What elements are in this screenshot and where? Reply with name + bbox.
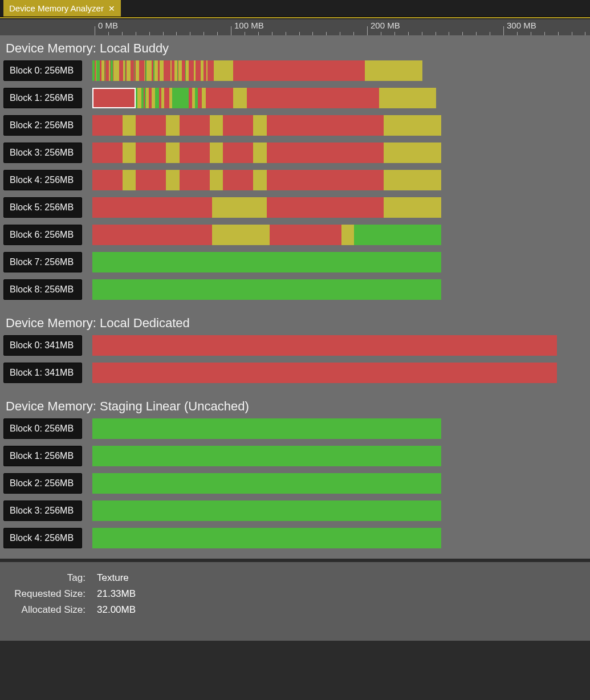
memory-segment[interactable] bbox=[92, 279, 441, 300]
memory-segment[interactable] bbox=[196, 60, 201, 81]
memory-bar[interactable] bbox=[92, 88, 441, 108]
block-label[interactable]: Block 6: 256MB bbox=[3, 225, 82, 245]
memory-segment[interactable] bbox=[166, 143, 180, 163]
memory-segment[interactable] bbox=[136, 170, 166, 190]
block-label[interactable]: Block 0: 256MB bbox=[3, 418, 82, 439]
memory-segment[interactable] bbox=[123, 143, 136, 163]
memory-segment[interactable] bbox=[127, 60, 131, 81]
block-label[interactable]: Block 4: 256MB bbox=[3, 170, 82, 190]
memory-segment[interactable] bbox=[166, 170, 180, 190]
memory-segment[interactable] bbox=[270, 225, 342, 245]
memory-segment[interactable] bbox=[180, 115, 210, 136]
block-label[interactable]: Block 5: 256MB bbox=[3, 197, 82, 218]
memory-segment[interactable] bbox=[384, 170, 441, 190]
memory-segment[interactable] bbox=[92, 143, 123, 163]
memory-segment[interactable] bbox=[365, 60, 422, 81]
memory-segment[interactable] bbox=[207, 60, 214, 81]
memory-segment[interactable] bbox=[92, 528, 441, 548]
memory-segment[interactable] bbox=[180, 143, 210, 163]
memory-segment[interactable] bbox=[92, 363, 557, 383]
memory-bar[interactable] bbox=[92, 363, 557, 383]
block-label[interactable]: Block 2: 256MB bbox=[3, 473, 82, 494]
memory-segment[interactable] bbox=[379, 88, 436, 108]
memory-segment[interactable] bbox=[172, 88, 189, 108]
memory-segment[interactable] bbox=[189, 60, 194, 81]
block-label[interactable]: Block 1: 341MB bbox=[3, 363, 82, 383]
memory-segment[interactable] bbox=[212, 225, 269, 245]
memory-bar[interactable] bbox=[92, 170, 441, 190]
block-label[interactable]: Block 3: 256MB bbox=[3, 500, 82, 521]
memory-segment[interactable] bbox=[160, 60, 164, 81]
memory-segment[interactable] bbox=[267, 170, 384, 190]
memory-segment[interactable] bbox=[247, 88, 379, 108]
memory-segment[interactable] bbox=[92, 115, 123, 136]
memory-segment[interactable] bbox=[137, 88, 141, 108]
memory-segment[interactable] bbox=[206, 88, 233, 108]
memory-segment[interactable] bbox=[384, 115, 441, 136]
memory-segment[interactable] bbox=[92, 335, 557, 356]
memory-segment[interactable] bbox=[354, 225, 441, 245]
block-label[interactable]: Block 0: 256MB bbox=[3, 60, 82, 81]
memory-segment[interactable] bbox=[92, 473, 441, 494]
memory-segment[interactable] bbox=[92, 170, 123, 190]
memory-segment[interactable] bbox=[210, 143, 223, 163]
tab-device-memory-analyzer[interactable]: Device Memory Analyzer ✕ bbox=[3, 0, 121, 17]
memory-segment[interactable] bbox=[267, 115, 384, 136]
memory-segment[interactable] bbox=[92, 418, 441, 439]
memory-segment[interactable] bbox=[166, 115, 180, 136]
memory-bar[interactable] bbox=[92, 500, 441, 521]
memory-segment[interactable] bbox=[210, 115, 223, 136]
memory-segment[interactable] bbox=[136, 143, 166, 163]
memory-segment[interactable] bbox=[136, 115, 166, 136]
memory-segment[interactable] bbox=[164, 60, 170, 81]
close-icon[interactable]: ✕ bbox=[108, 5, 115, 13]
block-label[interactable]: Block 1: 256MB bbox=[3, 446, 82, 466]
memory-segment[interactable] bbox=[223, 143, 253, 163]
memory-segment[interactable] bbox=[92, 225, 212, 245]
memory-segment[interactable] bbox=[198, 88, 202, 108]
memory-segment[interactable] bbox=[233, 88, 247, 108]
memory-segment[interactable] bbox=[341, 225, 354, 245]
memory-bar[interactable] bbox=[92, 418, 441, 439]
block-label[interactable]: Block 3: 256MB bbox=[3, 143, 82, 163]
memory-segment[interactable] bbox=[384, 143, 441, 163]
memory-segment[interactable] bbox=[267, 197, 384, 218]
memory-segment[interactable] bbox=[113, 60, 119, 81]
memory-bar[interactable] bbox=[92, 197, 441, 218]
memory-bar[interactable] bbox=[92, 143, 441, 163]
memory-bar[interactable] bbox=[92, 252, 441, 272]
memory-segment[interactable] bbox=[92, 446, 441, 466]
memory-segment[interactable] bbox=[123, 170, 136, 190]
memory-segment[interactable] bbox=[223, 115, 253, 136]
block-label[interactable]: Block 0: 341MB bbox=[3, 335, 82, 356]
memory-segment[interactable] bbox=[139, 60, 144, 81]
memory-segment[interactable] bbox=[384, 197, 441, 218]
block-label[interactable]: Block 7: 256MB bbox=[3, 252, 82, 272]
memory-segment[interactable] bbox=[147, 60, 152, 81]
memory-segment[interactable] bbox=[92, 197, 212, 218]
memory-segment[interactable] bbox=[92, 252, 441, 272]
memory-bar[interactable] bbox=[92, 279, 441, 300]
memory-bar[interactable] bbox=[92, 60, 441, 81]
memory-segment[interactable] bbox=[253, 115, 267, 136]
memory-segment[interactable] bbox=[253, 143, 267, 163]
memory-bar[interactable] bbox=[92, 473, 441, 494]
memory-bar[interactable] bbox=[92, 115, 441, 136]
memory-segment[interactable] bbox=[233, 60, 365, 81]
memory-segment[interactable] bbox=[92, 500, 441, 521]
memory-bar[interactable] bbox=[92, 335, 557, 356]
block-label[interactable]: Block 4: 256MB bbox=[3, 528, 82, 548]
memory-bar[interactable] bbox=[92, 446, 441, 466]
memory-segment[interactable] bbox=[223, 170, 253, 190]
memory-segment[interactable] bbox=[210, 170, 223, 190]
memory-segment[interactable] bbox=[212, 197, 267, 218]
memory-segment[interactable] bbox=[253, 170, 267, 190]
block-label[interactable]: Block 8: 256MB bbox=[3, 279, 82, 300]
memory-bar[interactable] bbox=[92, 528, 441, 548]
memory-bar[interactable] bbox=[92, 225, 441, 245]
block-label[interactable]: Block 2: 256MB bbox=[3, 115, 82, 136]
memory-segment[interactable] bbox=[180, 170, 210, 190]
memory-segment[interactable] bbox=[202, 88, 206, 108]
memory-segment[interactable] bbox=[123, 115, 136, 136]
block-label[interactable]: Block 1: 256MB bbox=[3, 88, 82, 108]
